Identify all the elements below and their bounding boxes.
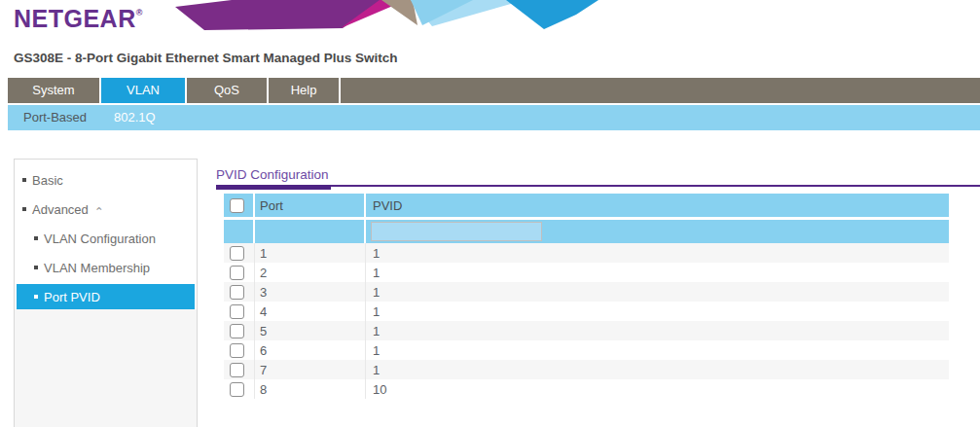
row-select-cell (224, 282, 255, 302)
sidebar-item-advanced[interactable]: Advanced (17, 196, 195, 222)
row-checkbox[interactable] (230, 304, 244, 319)
sidebar-item-label: Advanced (32, 202, 89, 217)
filter-select-cell (224, 220, 255, 243)
row-checkbox[interactable] (230, 382, 244, 397)
caret-up-icon (94, 204, 104, 214)
row-select-cell (224, 340, 255, 360)
row-select-cell (224, 302, 255, 321)
sub-nav: Port-Based 802.1Q (8, 105, 980, 130)
row-checkbox[interactable] (230, 266, 244, 280)
netgear-logo-text: NETGEAR (14, 5, 136, 32)
nav-tab-vlan[interactable]: VLAN (101, 78, 187, 103)
select-all-checkbox[interactable] (230, 198, 244, 213)
header-select-cell (224, 194, 255, 217)
sidebar-filler (15, 309, 197, 427)
sidebar-item-vlan-membership[interactable]: VLAN Membership (17, 255, 195, 280)
table-header-row: Port PVID (224, 194, 949, 217)
sidebar-item-vlan-configuration[interactable]: VLAN Configuration (17, 226, 195, 251)
port-cell: 2 (255, 263, 366, 282)
port-cell: 7 (255, 360, 366, 379)
row-checkbox[interactable] (230, 246, 244, 261)
sidebar: Basic Advanced VLAN Configuration VLAN M… (14, 159, 198, 427)
table-row: 4 1 (224, 302, 949, 321)
sidebar-menu: Basic Advanced VLAN Configuration VLAN M… (15, 160, 197, 309)
pvid-cell: 1 (366, 360, 949, 379)
sidebar-item-basic[interactable]: Basic (17, 167, 195, 193)
pvid-cell: 1 (366, 263, 949, 282)
port-cell: 1 (255, 243, 366, 263)
page-heading-underline: PVID Configuration (216, 166, 980, 187)
table-row: 8 10 (224, 379, 949, 399)
table-row: 3 1 (224, 282, 949, 302)
row-checkbox[interactable] (230, 343, 244, 358)
row-select-cell (224, 360, 255, 379)
port-cell: 4 (255, 302, 366, 321)
pvid-table: Port PVID 1 1 2 1 (224, 194, 949, 399)
port-cell: 8 (255, 379, 366, 399)
port-cell: 6 (255, 340, 366, 360)
table-body: 1 1 2 1 3 1 (224, 243, 949, 399)
table-row: 2 1 (224, 263, 949, 282)
pvid-cell: 1 (366, 340, 949, 360)
row-checkbox[interactable] (230, 285, 244, 300)
pvid-cell: 10 (366, 379, 949, 399)
table-row: 7 1 (224, 360, 949, 379)
nav-tab-qos[interactable]: QoS (187, 78, 269, 103)
nav-tab-system[interactable]: System (8, 78, 101, 103)
row-select-cell (224, 379, 255, 399)
registered-trademark: ® (136, 8, 143, 18)
port-cell: 5 (255, 321, 366, 340)
row-select-cell (224, 321, 255, 340)
page-title: PVID Configuration (216, 166, 980, 183)
device-title: GS308E - 8-Port Gigabit Ethernet Smart M… (14, 51, 398, 65)
filter-port-cell (255, 220, 366, 243)
filter-row (224, 220, 949, 243)
sidebar-item-label: VLAN Configuration (44, 231, 156, 246)
pvid-cell: 1 (366, 282, 949, 302)
sidebar-item-port-pvid[interactable]: Port PVID (17, 284, 195, 309)
filter-pvid-cell (366, 220, 949, 243)
subnav-item-802-1q[interactable]: 802.1Q (100, 105, 169, 130)
pvid-cell: 1 (366, 302, 949, 321)
subnav-item-port-based[interactable]: Port-Based (10, 105, 100, 130)
table-row: 1 1 (224, 243, 949, 263)
row-checkbox[interactable] (230, 324, 244, 338)
main-nav: System VLAN QoS Help (8, 78, 980, 103)
table-row: 5 1 (224, 321, 949, 340)
row-select-cell (224, 243, 255, 263)
sidebar-item-label: VLAN Membership (44, 261, 150, 275)
row-checkbox[interactable] (230, 363, 244, 377)
table-row: 6 1 (224, 340, 949, 360)
sidebar-item-label: Basic (32, 173, 63, 188)
netgear-logo: NETGEAR® (14, 5, 142, 33)
pvid-filter-input[interactable] (371, 222, 542, 241)
header-banner-graphic (163, 0, 601, 30)
row-select-cell (224, 263, 255, 282)
pvid-cell: 1 (366, 243, 949, 263)
nav-tab-help[interactable]: Help (269, 78, 341, 103)
column-header-pvid: PVID (366, 194, 949, 217)
pvid-cell: 1 (366, 321, 949, 340)
port-cell: 3 (255, 282, 366, 302)
sidebar-item-label: Port PVID (44, 290, 100, 304)
column-header-port: Port (255, 194, 366, 217)
